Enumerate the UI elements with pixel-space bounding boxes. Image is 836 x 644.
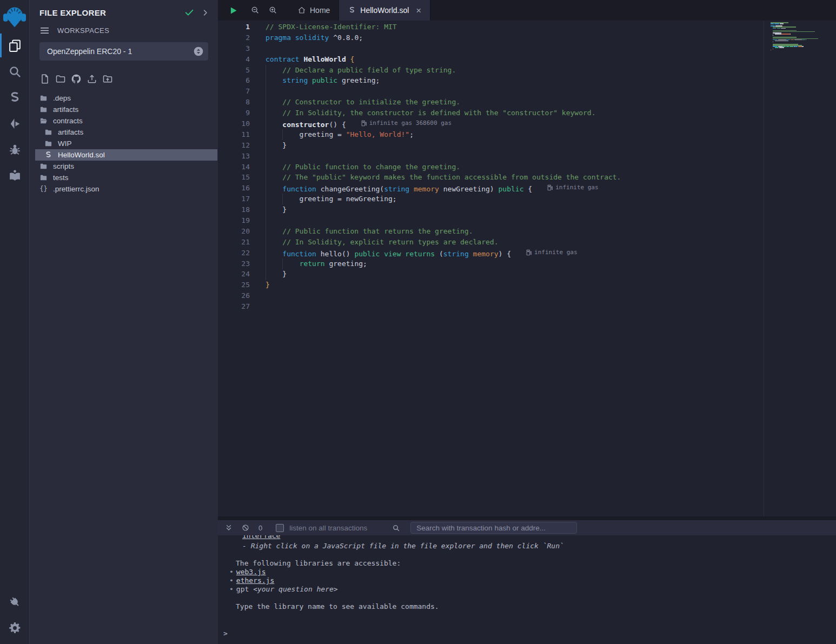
upload-folder-icon <box>102 74 113 84</box>
file-explorer-panel: FILE EXPLORER WORKSPACES OpenZeppelin ER… <box>30 0 218 644</box>
terminal-link[interactable]: ethers.js <box>236 576 274 585</box>
code-line[interactable]: } <box>266 204 621 215</box>
listen-transactions-checkbox[interactable] <box>276 524 284 532</box>
file-tree: .depsartifactscontractsartifactsWIPHello… <box>30 92 218 195</box>
workspace-select[interactable]: OpenZeppelin ERC20 - 1 <box>39 42 208 61</box>
run-script-button[interactable] <box>229 6 238 15</box>
code-line[interactable]: // In Solidity, the constructor is defin… <box>266 108 621 118</box>
code-line[interactable]: return greeting; <box>266 258 621 269</box>
activity-debugger-button[interactable] <box>0 136 29 162</box>
activity-file-explorer-button[interactable] <box>0 32 29 58</box>
code-line[interactable]: contract HelloWorld { <box>266 54 621 65</box>
code-line[interactable]: // Public function that returns the gree… <box>266 226 621 237</box>
line-number: 12 <box>218 140 250 151</box>
code-line[interactable]: greeting = "Hello, World!"; <box>266 129 621 140</box>
workspace-sort-icon[interactable] <box>193 46 204 57</box>
code-line[interactable]: // Constructor to initialize the greetin… <box>266 97 621 108</box>
code-line[interactable]: constructor() {infinite gas 368600 gas <box>266 118 621 129</box>
line-number: 10 <box>218 118 250 129</box>
collapse-terminal-icon[interactable] <box>225 524 233 532</box>
tab-home[interactable]: Home <box>289 0 339 21</box>
code-line[interactable]: } <box>266 140 621 151</box>
code-line[interactable] <box>266 43 621 54</box>
close-tab-icon[interactable]: × <box>416 6 421 15</box>
file-tree-item[interactable]: {}.prettierrc.json <box>35 183 217 195</box>
activity-deploy-run-button[interactable] <box>0 110 29 136</box>
activity-plugin-manager-button[interactable] <box>0 589 29 615</box>
editor-tabbar: Home HelloWorld.sol × <box>218 0 836 21</box>
code-line[interactable] <box>266 290 621 301</box>
hamburger-menu-icon[interactable] <box>39 25 50 36</box>
file-tree-item[interactable]: artifacts <box>35 127 217 138</box>
minimap[interactable] <box>771 22 833 53</box>
terminal-blank-line <box>218 550 836 559</box>
editor-gutter: 1234567891011121314151617181920212223242… <box>218 22 250 312</box>
code-line[interactable] <box>266 86 621 97</box>
terminal-line: Type the library name to see available c… <box>236 602 836 611</box>
code-line[interactable] <box>266 301 621 312</box>
code-line[interactable]: function hello() public view returns (st… <box>266 248 621 258</box>
code-line[interactable]: // In Solidity, explicit return types ar… <box>266 237 621 248</box>
activity-bar-bottom <box>0 589 29 641</box>
line-number: 9 <box>218 108 250 118</box>
clear-console-icon[interactable] <box>242 524 249 532</box>
code-editor[interactable]: 1234567891011121314151617181920212223242… <box>218 21 764 516</box>
check-icon[interactable] <box>184 7 195 18</box>
activity-search-button[interactable] <box>0 58 29 84</box>
code-line[interactable]: } <box>266 269 621 280</box>
solidity-compiler-icon <box>8 91 22 104</box>
file-explorer-icon <box>8 39 22 52</box>
code-line[interactable]: string public greeting; <box>266 75 621 86</box>
chevron-right-icon[interactable] <box>201 9 209 17</box>
file-tree-item[interactable]: tests <box>35 172 217 183</box>
listen-transactions-label: listen on all transactions <box>289 524 367 532</box>
terminal-prompt[interactable]: > <box>223 629 836 638</box>
zoom-in-icon[interactable] <box>269 6 277 15</box>
line-number: 1 <box>218 22 250 32</box>
solidity-file-icon <box>348 6 356 15</box>
indent-guide <box>282 194 283 204</box>
code-line[interactable]: greeting = newGreeting; <box>266 194 621 204</box>
terminal-line: The following libraries are accessible: <box>236 559 836 568</box>
file-tree-item[interactable]: WIP <box>35 138 217 149</box>
tab-helloworld-sol[interactable]: HelloWorld.sol × <box>339 0 430 21</box>
code-line[interactable]: function changeGreeting(string memory ne… <box>266 183 621 194</box>
file-tree-item[interactable]: artifacts <box>35 104 217 115</box>
remix-logo-icon[interactable] <box>2 3 27 29</box>
code-line[interactable]: // SPDX-License-Identifier: MIT <box>266 22 621 32</box>
code-line[interactable] <box>266 215 621 226</box>
editor-area: Home HelloWorld.sol × 123456789101112131… <box>218 0 836 520</box>
file-tree-item-label: scripts <box>53 162 74 170</box>
code-line[interactable]: } <box>266 280 621 290</box>
line-number: 16 <box>218 183 250 194</box>
gas-estimate-annotation: infinite gas <box>526 247 577 258</box>
line-number: 8 <box>218 97 250 108</box>
folder-icon <box>39 105 48 114</box>
json-braces-icon: {} <box>39 185 48 193</box>
file-tree-item[interactable]: contracts <box>35 115 217 127</box>
code-line[interactable]: // The "public" keyword makes the functi… <box>266 172 621 183</box>
file-tree-item[interactable]: HelloWorld.sol <box>35 149 217 161</box>
activity-solidity-compiler-button[interactable] <box>0 84 29 110</box>
activity-settings-button[interactable] <box>0 615 29 641</box>
terminal-output[interactable]: interface- Right click on a JavaScript f… <box>218 535 836 644</box>
activity-learneth-button[interactable] <box>0 162 29 188</box>
code-line[interactable] <box>266 151 621 162</box>
zoom-out-icon[interactable] <box>251 6 260 15</box>
terminal-link[interactable]: web3.js <box>236 568 266 576</box>
terminal-panel: 0 listen on all transactions interface- … <box>218 520 836 644</box>
code-lines[interactable]: // SPDX-License-Identifier: MITpragma so… <box>266 22 621 312</box>
code-line[interactable]: // Public function to change the greetin… <box>266 162 621 172</box>
file-tree-item[interactable]: .deps <box>35 92 217 104</box>
line-number: 21 <box>218 237 250 248</box>
fuel-icon <box>526 249 532 256</box>
terminal-resize-handle[interactable] <box>218 516 836 520</box>
workspace-selected-value: OpenZeppelin ERC20 - 1 <box>47 47 193 56</box>
terminal-search-input[interactable] <box>410 522 577 534</box>
code-line[interactable]: pragma solidity ^0.8.0; <box>266 32 621 43</box>
bullet-icon: • <box>229 585 234 593</box>
line-number: 11 <box>218 129 250 140</box>
file-tree-item[interactable]: scripts <box>35 161 217 172</box>
gas-estimate-annotation: infinite gas <box>547 182 598 193</box>
code-line[interactable]: // Declare a public field of type string… <box>266 65 621 76</box>
